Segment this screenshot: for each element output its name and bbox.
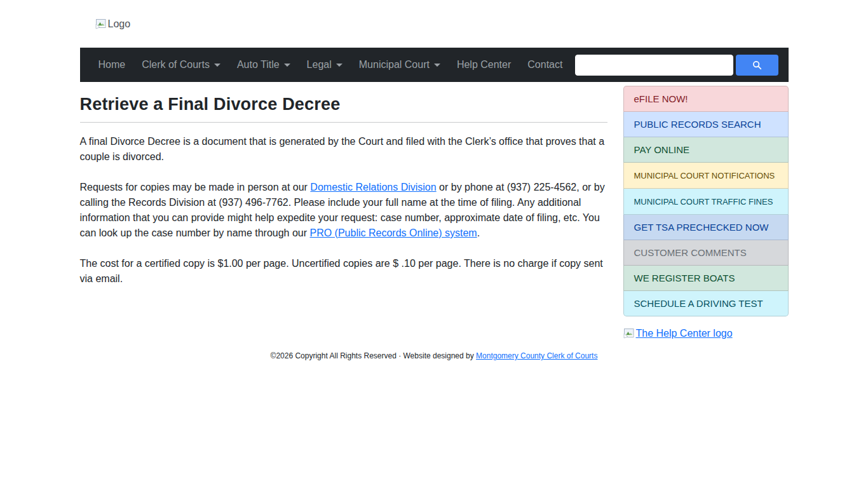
nav-item-auto-title[interactable]: Auto Title bbox=[229, 54, 299, 76]
nav-item-label: Clerk of Courts bbox=[142, 59, 210, 71]
search-icon bbox=[752, 60, 762, 70]
paragraph-intro: A final Divorce Decree is a document tha… bbox=[80, 134, 607, 165]
main-content: Retrieve a Final Divorce Decree A final … bbox=[80, 86, 607, 341]
chevron-down-icon bbox=[214, 64, 220, 67]
nav-item-clerk-of-courts[interactable]: Clerk of Courts bbox=[133, 54, 229, 76]
broken-image-icon bbox=[623, 329, 635, 339]
paragraph-intro-text: A final Divorce Decree is a document tha… bbox=[80, 136, 605, 162]
nav-item-label: Auto Title bbox=[237, 59, 280, 71]
footer: ©2026 Copyright All Rights Reserved · We… bbox=[80, 351, 789, 360]
help-center-logo-alt-text: The Help Center logo bbox=[636, 328, 733, 339]
paragraph-cost: The cost for a certified copy is $1.00 p… bbox=[80, 256, 607, 287]
domestic-relations-link[interactable]: Domestic Relations Division bbox=[310, 182, 436, 193]
page-title: Retrieve a Final Divorce Decree bbox=[80, 95, 607, 114]
paragraph-cost-text: The cost for a certified copy is $1.00 p… bbox=[80, 258, 603, 284]
sidebar-quick-links: eFILE NOW!PUBLIC RECORDS SEARCHPAY ONLIN… bbox=[623, 86, 789, 316]
nav-item-label: Home bbox=[98, 59, 126, 71]
nav-item-label: Legal bbox=[307, 59, 332, 71]
sidebar-link-public-records-search[interactable]: PUBLIC RECORDS SEARCH bbox=[623, 112, 789, 137]
nav-item-legal[interactable]: Legal bbox=[299, 54, 351, 76]
chevron-down-icon bbox=[434, 64, 440, 67]
broken-image-icon bbox=[95, 19, 107, 29]
nav-item-label: Municipal Court bbox=[359, 59, 430, 71]
search-button[interactable] bbox=[736, 55, 778, 76]
sidebar-link-customer-comments[interactable]: CUSTOMER COMMENTS bbox=[623, 240, 789, 266]
navbar-search-form bbox=[575, 55, 778, 76]
sidebar-link-schedule-a-driving-test[interactable]: SCHEDULE A DRIVING TEST bbox=[623, 291, 789, 316]
title-divider bbox=[80, 122, 607, 123]
p2-text-3: . bbox=[477, 227, 480, 238]
nav-item-label: Help Center bbox=[457, 59, 511, 71]
copyright-text: ©2026 Copyright All Rights Reserved · We… bbox=[271, 351, 476, 360]
site-logo[interactable]: Logo bbox=[95, 18, 131, 30]
nav-item-municipal-court[interactable]: Municipal Court bbox=[351, 54, 449, 76]
sidebar-link-we-register-boats[interactable]: WE REGISTER BOATS bbox=[623, 266, 789, 291]
main-navbar: HomeClerk of CourtsAuto TitleLegalMunici… bbox=[80, 48, 789, 82]
logo-alt-text: Logo bbox=[108, 18, 131, 30]
chevron-down-icon bbox=[336, 64, 342, 67]
chevron-down-icon bbox=[284, 64, 290, 67]
nav-item-label: Contact bbox=[527, 59, 562, 71]
help-center-logo-link[interactable]: The Help Center logo bbox=[623, 328, 733, 339]
footer-clerk-link[interactable]: Montgomery County Clerk of Courts bbox=[476, 351, 597, 360]
top-logo-strip: Logo bbox=[80, 0, 789, 48]
sidebar-link-get-tsa-prechecked-now[interactable]: GET TSA PRECHECKED NOW bbox=[623, 215, 789, 240]
sidebar-link-municipal-court-traffic-fines[interactable]: MUNICIPAL COURT TRAFFIC FINES bbox=[623, 189, 789, 215]
paragraph-requests: Requests for copies may be made in perso… bbox=[80, 180, 607, 241]
search-input[interactable] bbox=[575, 55, 733, 76]
sidebar: eFILE NOW!PUBLIC RECORDS SEARCHPAY ONLIN… bbox=[623, 86, 789, 341]
sidebar-link-efile-now[interactable]: eFILE NOW! bbox=[623, 86, 789, 112]
p2-text-1: Requests for copies may be made in perso… bbox=[80, 182, 311, 193]
nav-items: HomeClerk of CourtsAuto TitleLegalMunici… bbox=[90, 54, 571, 76]
content-row: Retrieve a Final Divorce Decree A final … bbox=[80, 86, 789, 341]
page-container: Logo HomeClerk of CourtsAuto TitleLegalM… bbox=[80, 0, 789, 360]
nav-item-home[interactable]: Home bbox=[90, 54, 134, 76]
sidebar-link-pay-online[interactable]: PAY ONLINE bbox=[623, 137, 789, 163]
pro-system-link[interactable]: PRO (Public Records Online) system bbox=[310, 227, 477, 238]
nav-item-contact[interactable]: Contact bbox=[519, 54, 571, 76]
nav-item-help-center[interactable]: Help Center bbox=[449, 54, 519, 76]
sidebar-link-municipal-court-notifications[interactable]: MUNICIPAL COURT NOTIFICATIONS bbox=[623, 163, 789, 189]
